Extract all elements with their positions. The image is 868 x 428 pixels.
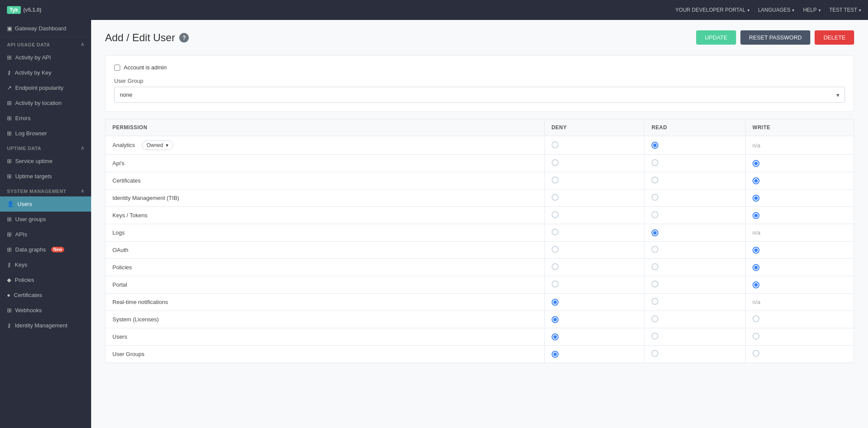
user-groups-read-radio[interactable] — [651, 350, 658, 357]
certificates-deny-cell — [544, 172, 644, 189]
certificates-deny-radio[interactable] — [552, 176, 559, 183]
keys-read-radio[interactable] — [651, 211, 658, 218]
oauth-deny-radio[interactable] — [552, 246, 559, 253]
service-uptime-icon: ⊞ — [7, 158, 12, 164]
policies-write-radio[interactable] — [753, 264, 760, 271]
policies-deny-radio[interactable] — [552, 263, 559, 270]
keys-write-radio[interactable] — [753, 212, 760, 219]
oauth-write-radio[interactable] — [753, 247, 760, 254]
sidebar-item-errors[interactable]: ⊞ Errors — [0, 111, 91, 126]
account-admin-checkbox[interactable] — [114, 65, 120, 71]
sidebar-item-endpoint-popularity[interactable]: ↗ Endpoint popularity — [0, 80, 91, 95]
users-deny-cell — [544, 328, 644, 346]
apis-deny-radio[interactable] — [552, 159, 559, 166]
sidebar-item-service-uptime[interactable]: ⊞ Service uptime — [0, 154, 91, 169]
realtime-deny-radio[interactable] — [552, 299, 559, 306]
logs-read-radio[interactable] — [651, 229, 658, 236]
system-write-radio[interactable] — [753, 315, 760, 322]
sidebar-item-certificates[interactable]: ● Certificates — [0, 288, 91, 303]
sidebar: ▣ Gateway Dashboard API Usage Data ∧ ⊞ A… — [0, 20, 91, 428]
webhooks-label: Webhooks — [15, 307, 42, 314]
table-row: System (Licenses) — [105, 311, 854, 328]
gateway-dashboard-label: Gateway Dashboard — [15, 25, 66, 32]
analytics-read-radio[interactable] — [651, 142, 658, 149]
user-groups-write-radio[interactable] — [753, 350, 760, 357]
languages-nav[interactable]: LANGUAGES ▾ — [758, 7, 795, 13]
user-group-select-wrapper: none ▾ — [114, 87, 845, 103]
system-write-cell — [745, 311, 854, 328]
sidebar-item-log-browser[interactable]: ⊞ Log Browser — [0, 126, 91, 141]
keys-deny-radio[interactable] — [552, 211, 559, 218]
oauth-read-radio[interactable] — [651, 246, 658, 253]
identity-read-radio[interactable] — [651, 194, 658, 201]
sidebar-item-users[interactable]: 👤 Users — [0, 196, 91, 212]
system-mgmt-chevron[interactable]: ∧ — [81, 188, 85, 194]
table-row: Portal — [105, 276, 854, 294]
reset-password-button[interactable]: RESET PASSWORD — [740, 30, 811, 45]
users-deny-radio[interactable] — [552, 333, 559, 340]
identity-management-label: Identity Management — [15, 322, 67, 329]
sidebar-item-activity-key[interactable]: ⚷ Activity by Key — [0, 65, 91, 80]
sidebar-item-identity-management[interactable]: ⚷ Identity Management — [0, 318, 91, 333]
table-row: Logs n/a — [105, 224, 854, 242]
apis-write-radio[interactable] — [753, 160, 760, 167]
portal-read-radio[interactable] — [651, 281, 658, 288]
sidebar-item-uptime-targets[interactable]: ⊞ Uptime targets — [0, 169, 91, 184]
analytics-deny-radio[interactable] — [552, 141, 559, 148]
endpoint-popularity-icon: ↗ — [7, 85, 12, 91]
help-chevron: ▾ — [819, 8, 821, 13]
page-title: Add / Edit User — [105, 32, 175, 44]
users-read-radio[interactable] — [651, 333, 658, 340]
permissions-header-row: PERMISSION DENY READ WRITE — [105, 119, 854, 136]
sidebar-item-data-graphs[interactable]: ⊞ Data graphs New — [0, 242, 91, 257]
log-browser-icon: ⊞ — [7, 130, 12, 137]
sidebar-item-webhooks[interactable]: ⊞ Webhooks — [0, 303, 91, 318]
sidebar-item-user-groups[interactable]: ⊞ User groups — [0, 212, 91, 227]
sidebar-item-activity-location[interactable]: ⊞ Activity by location — [0, 95, 91, 111]
portal-read-cell — [644, 276, 746, 294]
app-version: (v5.1.0) — [23, 7, 41, 13]
logs-deny-radio[interactable] — [552, 229, 559, 235]
certificates-write-cell — [745, 172, 854, 189]
certificates-read-radio[interactable] — [651, 176, 658, 183]
languages-label: LANGUAGES — [758, 7, 791, 13]
identity-write-cell — [745, 189, 854, 207]
sidebar-item-policies[interactable]: ◆ Policies — [0, 272, 91, 288]
analytics-write-cell: n/a — [745, 136, 854, 155]
sidebar-item-apis[interactable]: ⊞ APIs — [0, 227, 91, 242]
gateway-dashboard-link[interactable]: ▣ Gateway Dashboard — [0, 20, 91, 37]
help-tooltip-icon[interactable]: ? — [179, 33, 189, 42]
uptime-section-header: Uptime Data ∧ — [0, 141, 91, 154]
system-read-radio[interactable] — [651, 315, 658, 322]
apis-read-cell — [644, 155, 746, 172]
delete-button[interactable]: DELETE — [815, 30, 854, 45]
update-button[interactable]: UPDATE — [696, 30, 736, 45]
account-admin-label[interactable]: Account is admin — [124, 64, 167, 71]
webhooks-icon: ⊞ — [7, 307, 12, 314]
realtime-read-radio[interactable] — [651, 298, 658, 305]
portal-write-radio[interactable] — [753, 281, 760, 288]
uptime-chevron[interactable]: ∧ — [81, 145, 85, 151]
perm-user-groups: User Groups — [105, 346, 545, 363]
users-write-radio[interactable] — [753, 333, 760, 340]
portal-deny-radio[interactable] — [552, 281, 559, 288]
analytics-owned-select[interactable]: Owned ▾ — [142, 140, 173, 150]
main-content: Add / Edit User ? UPDATE RESET PASSWORD … — [91, 20, 868, 428]
identity-write-radio[interactable] — [753, 195, 760, 202]
system-deny-radio[interactable] — [552, 316, 559, 323]
layout: ▣ Gateway Dashboard API Usage Data ∧ ⊞ A… — [0, 20, 868, 428]
user-group-select[interactable]: none — [115, 87, 845, 102]
certificates-write-radio[interactable] — [753, 177, 760, 184]
system-mgmt-section-header: System Management ∧ — [0, 184, 91, 196]
data-graphs-label: Data graphs — [15, 246, 46, 253]
sidebar-item-activity-api[interactable]: ⊞ Activity by API — [0, 50, 91, 65]
apis-read-radio[interactable] — [651, 159, 658, 166]
help-nav[interactable]: HELP ▾ — [803, 7, 820, 13]
user-groups-deny-radio[interactable] — [552, 351, 559, 358]
sidebar-item-keys[interactable]: ⚷ Keys — [0, 257, 91, 272]
policies-read-radio[interactable] — [651, 263, 658, 270]
user-nav[interactable]: TEST TEST ▾ — [829, 7, 861, 13]
identity-deny-radio[interactable] — [552, 194, 559, 201]
portal-nav[interactable]: YOUR DEVELOPER PORTAL ▾ — [675, 7, 750, 13]
api-usage-chevron[interactable]: ∧ — [81, 42, 85, 47]
